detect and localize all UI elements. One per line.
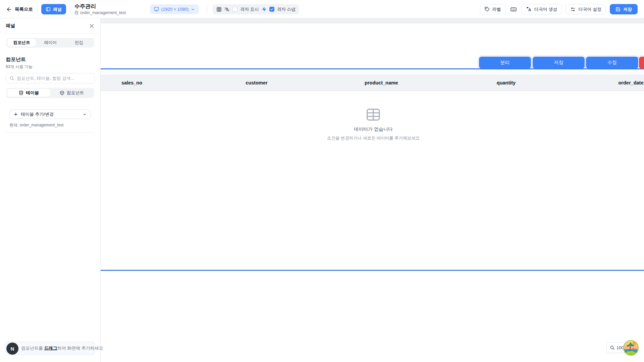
empty-state: 데이터가 없습니다 조건을 변경하거나 새로운 데이터를 추가해보세요 bbox=[327, 108, 420, 141]
grid-header-row: sales_no customer product_name quantity … bbox=[69, 75, 644, 91]
component-search-input[interactable] bbox=[17, 76, 91, 81]
panel-close-button[interactable] bbox=[89, 23, 95, 29]
save-button[interactable]: 저장 bbox=[610, 4, 638, 14]
back-to-list-button[interactable]: 목록으로 bbox=[6, 6, 33, 12]
grid-options-group: 격자 표시 격자 스냅 bbox=[213, 4, 299, 14]
panel-title: 패널 bbox=[6, 23, 15, 29]
save-button-label: 저장 bbox=[623, 6, 632, 12]
monitor-icon bbox=[154, 7, 159, 12]
presence-avatar: N bbox=[6, 343, 18, 355]
database-icon bbox=[74, 11, 78, 15]
eye-off-icon[interactable] bbox=[224, 7, 230, 12]
grid-toolstrip bbox=[69, 69, 644, 75]
source-tab-tables[interactable]: 테이블 bbox=[7, 89, 50, 97]
resolution-value: (644 × 362) bbox=[161, 7, 189, 12]
grid-snap-label: 격자 스냅 bbox=[277, 6, 296, 12]
database-icon bbox=[19, 90, 23, 95]
sidebar-panel-icon bbox=[46, 7, 51, 12]
data-grid-component[interactable]: sales_no customer product_name quantity … bbox=[69, 69, 644, 270]
toolbar-divider bbox=[70, 5, 70, 14]
i18n-settings-button[interactable]: 다국어 설정 bbox=[566, 4, 606, 14]
cube-icon bbox=[60, 90, 64, 95]
drag-hint-prefix: 컴포넌트를 bbox=[21, 346, 44, 351]
panel-tab-bar: 컴포넌트 레이어 편집 bbox=[6, 38, 94, 48]
canvas-danger-button[interactable] bbox=[639, 57, 644, 69]
column-header[interactable]: customer bbox=[194, 80, 319, 85]
add-table-button[interactable]: 테이블 추가/변경 bbox=[9, 110, 91, 119]
column-header[interactable]: order_date bbox=[569, 80, 644, 85]
column-header[interactable]: quantity bbox=[444, 80, 569, 85]
i18n-generate-button[interactable]: 다국어 생성 bbox=[521, 4, 562, 14]
add-table-label: 테이블 추가/변경 bbox=[21, 111, 80, 117]
chevron-down-icon bbox=[83, 112, 87, 117]
toolbar-divider bbox=[207, 5, 207, 14]
page-subtitle: order_management_test bbox=[80, 10, 126, 15]
close-icon bbox=[89, 23, 95, 29]
panel-toggle-label: 패널 bbox=[53, 6, 62, 12]
resolution-select[interactable]: (644 × 362) bbox=[150, 4, 199, 14]
i18n-generate-label: 다국어 생성 bbox=[534, 6, 557, 12]
toolbar-divider bbox=[37, 5, 37, 14]
table-empty-icon bbox=[366, 108, 381, 122]
save-icon bbox=[615, 7, 621, 12]
search-icon bbox=[9, 76, 14, 81]
empty-state-title: 데이터가 없습니다 bbox=[354, 126, 393, 132]
keyboard-icon bbox=[510, 6, 517, 13]
source-tab-components[interactable]: 컴포넌트 bbox=[50, 89, 93, 97]
keyboard-shortcuts-button[interactable] bbox=[509, 4, 518, 14]
tag-icon bbox=[485, 7, 490, 12]
label-button-text: 라벨 bbox=[492, 6, 501, 12]
title-block: 수주관리 order_management_test bbox=[74, 3, 126, 15]
translate-icon bbox=[526, 6, 532, 12]
grid-show-checkbox[interactable] bbox=[232, 7, 237, 12]
back-to-list-label: 목록으로 bbox=[15, 6, 33, 12]
grid-icon[interactable] bbox=[216, 7, 222, 12]
island-cursor-badge bbox=[623, 340, 639, 356]
lightning-icon bbox=[262, 7, 267, 12]
component-search[interactable] bbox=[6, 73, 95, 83]
tab-edit[interactable]: 편집 bbox=[65, 39, 93, 47]
column-header[interactable]: product_name bbox=[319, 80, 444, 85]
grid-show-label: 격자 표시 bbox=[240, 6, 259, 12]
tab-components[interactable]: 컴포넌트 bbox=[7, 39, 36, 47]
label-button[interactable]: 라벨 bbox=[480, 4, 506, 14]
grid-snap-checkbox[interactable] bbox=[269, 7, 274, 12]
sliders-icon bbox=[570, 7, 576, 12]
page-title: 수주관리 bbox=[74, 3, 126, 9]
source-tab-components-label: 컴포넌트 bbox=[67, 90, 84, 96]
drag-hint-bold: 드래그 bbox=[44, 346, 57, 351]
source-tab-tables-label: 테이블 bbox=[26, 90, 39, 96]
selection-line-bottom bbox=[69, 270, 644, 271]
i18n-settings-label: 다국어 설정 bbox=[578, 6, 601, 12]
current-table-label: 현재: order_management_test bbox=[9, 122, 63, 128]
drag-hint-suffix: 하여 화면에 추가하세요 bbox=[57, 346, 103, 351]
empty-state-subtitle: 조건을 변경하거나 새로운 데이터를 추가해보세요 bbox=[327, 135, 420, 141]
components-section-title: 컴포넌트 bbox=[6, 56, 26, 63]
panel-divider bbox=[6, 132, 95, 133]
canvas-edit-button[interactable]: 수정 bbox=[586, 57, 638, 69]
source-tab-bar: 테이블 컴포넌트 bbox=[6, 88, 94, 98]
canvas-split-button[interactable]: 분리 bbox=[479, 57, 531, 69]
check-icon bbox=[270, 8, 273, 11]
back-arrow-icon bbox=[6, 6, 12, 12]
magnifier-icon bbox=[610, 345, 615, 350]
panel-toggle-button[interactable]: 패널 bbox=[41, 4, 66, 14]
chevron-down-icon bbox=[191, 7, 195, 11]
editor-side-panel: 패널 컴포넌트 레이어 편집 컴포넌트 83개 사용 가능 테이블 컴포넌트 테… bbox=[0, 18, 101, 362]
tab-layers[interactable]: 레이어 bbox=[36, 39, 64, 47]
canvas-save-button[interactable]: 저장 bbox=[533, 57, 585, 69]
top-toolbar: 목록으로 패널 수주관리 order_management_test (1920… bbox=[0, 0, 644, 18]
components-count: 83개 사용 가능 bbox=[6, 64, 33, 70]
plus-icon bbox=[13, 112, 18, 117]
